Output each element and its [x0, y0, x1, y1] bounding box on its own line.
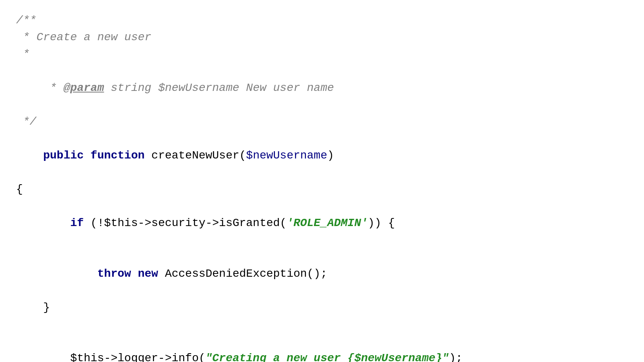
function-signature: public function createNewUser($newUserna… — [16, 130, 628, 181]
comment-desc: * Create a new user — [16, 29, 628, 46]
if-close: } — [16, 299, 628, 316]
code-editor: /** * Create a new user * * @param strin… — [0, 8, 644, 362]
comment-param: * @param string $newUsername New user na… — [16, 63, 628, 113]
logger-info-line: $this->logger->info("Creating a new user… — [16, 333, 628, 362]
comment-star: * — [16, 46, 628, 63]
brace-open: { — [16, 181, 628, 198]
throw-statement: throw new AccessDeniedException(); — [16, 249, 628, 299]
comment-end: */ — [16, 113, 628, 130]
comment-start: /** — [16, 12, 628, 29]
if-statement: if (!$this->security->isGranted('ROLE_AD… — [16, 198, 628, 249]
